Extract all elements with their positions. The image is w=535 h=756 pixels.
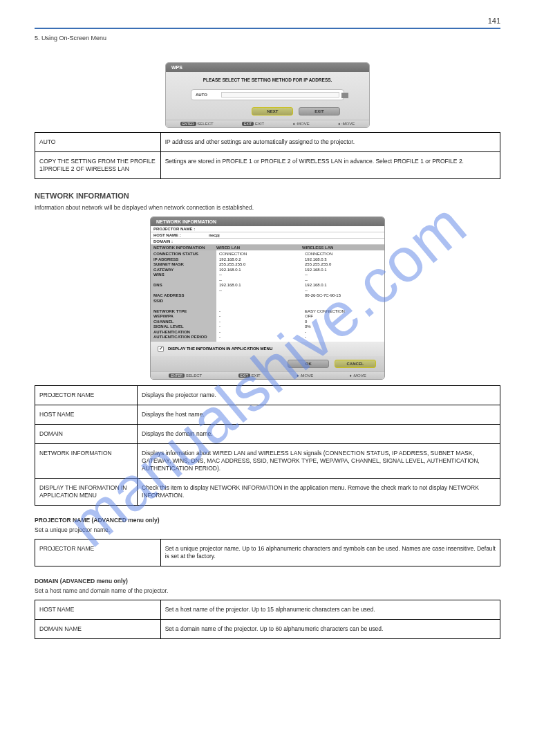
cancel-button[interactable]: CANCEL [335,360,376,368]
ni-wireless-col: CONNECTION192.168.0.3255.255.255.0192.16… [302,250,384,342]
t4-v1: Set a domain name of the projector. Up t… [160,620,500,639]
ni-projname-k: PROJECTOR NAME : [153,227,209,231]
ok-button[interactable]: OK [288,360,329,368]
t4-k0: HOST NAME [35,600,161,620]
ni-host-k: HOST NAME : [153,233,209,237]
t2-v4: Check this item to display NETWORK INFOR… [138,478,500,505]
t2-k0: PROJECTOR NAME [35,385,138,405]
t3-k0: PROJECTOR NAME [35,540,161,566]
t2-v0: Displays the projector name. [138,385,500,405]
network-info-table: PROJECTOR NAMEDisplays the projector nam… [35,385,500,506]
t4-k1: DOMAIN NAME [35,620,161,639]
t2-k4: DISPLAY THE INFORMATION IN APPLICATION M… [35,478,138,505]
page-content: 5. Using On-Screen Menu WPS PLEASE SELEC… [0,0,535,678]
subhead-pn-sub: Set a unique projector name. [35,526,500,533]
t2-k2: DOMAIN [35,424,138,443]
subhead-domain: DOMAIN (ADVANCED menu only) [35,578,500,584]
ni-title: NETWORK INFORMATION [151,217,384,226]
ni-check-label: DISPLAY THE INFORMATION IN APPLICATION M… [168,347,272,351]
ni-col-ni: NETWORK INFORMATION [151,246,216,250]
section-network-info-sub: Information about network will be displa… [35,204,500,211]
hint-select: SELECT [197,122,213,126]
t1-k1: COPY THE SETTING FROM THE PROFILE 1/PROF… [35,152,161,179]
section-network-info: NETWORK INFORMATION [35,192,500,200]
t1-v0: IP address and other settings are automa… [160,133,500,152]
domain-table: HOST NAMESet a host name of the projecto… [35,600,500,639]
wps-select-input[interactable] [221,92,339,98]
t2-k3: NETWORK INFORMATION [35,443,138,478]
ni-check-row[interactable]: ✓ DISPLAY THE INFORMATION IN APPLICATION… [151,342,384,356]
header-left: 5. Using On-Screen Menu [35,35,106,42]
wps-prompt: PLEASE SELECT THE SETTING METHOD FOR IP … [187,77,348,82]
ni-col-wireless: WIRELESS LAN [302,246,384,250]
header-rule [35,28,500,29]
t1-v1: Settings are stored in PROFILE 1 or PROF… [160,152,500,179]
hint2-select: SELECT [186,374,202,378]
header-row: 5. Using On-Screen Menu [35,35,500,42]
hint-move2: :MOVE [341,122,355,126]
t2-k1: HOST NAME [35,405,138,424]
subhead-projector-name: PROJECTOR NAME (ADVANCED menu only) [35,517,500,524]
ni-keys: CONNECTION STATUSIP ADDRESSSUBNET MASKGA… [151,250,216,342]
t1-k0: AUTO [35,133,161,152]
exit-button[interactable]: EXIT [299,107,340,116]
ni-hint-bar: ENTER SELECT EXIT EXIT ♦ :MOVE ♦ :MOVE [151,371,384,379]
ni-host-v: necpj [209,233,220,237]
t2-v1: Displays the host name. [138,405,500,424]
hint-move1: :MOVE [296,122,309,126]
projector-name-table: PROJECTOR NAMESet a unique projector nam… [35,539,500,566]
hint2-exit: EXIT [251,374,260,378]
hint2-move1: :MOVE [300,374,313,378]
t3-v0: Set a unique projector name. Up to 16 al… [160,540,500,566]
wps-dialog: WPS PLEASE SELECT THE SETTING METHOD FOR… [165,62,370,128]
next-button[interactable]: NEXT [252,107,293,116]
wps-title: WPS [166,63,369,72]
wps-method-table: AUTO IP address and other settings are a… [35,132,500,179]
t2-v2: Displays the domain name. [138,424,500,443]
wps-select-label: AUTO [196,93,207,97]
ni-col-wired: WIRED LAN [216,246,302,250]
hint-bar: ENTER SELECT EXIT EXIT ♦ :MOVE ♦ :MOVE [166,120,369,127]
subhead-dm-sub: Set a host name and domain name of the p… [35,587,500,594]
t2-v3: Displays information about WIRED LAN and… [138,443,500,478]
network-info-dialog: NETWORK INFORMATION PROJECTOR NAME : HOS… [150,216,385,380]
hint2-move2: :MOVE [353,374,366,378]
hint-exit: EXIT [255,122,264,126]
ni-domain-k: DOMAIN : [153,239,209,243]
t4-v0: Set a host name of the projector. Up to … [160,600,500,620]
wps-select-row[interactable]: AUTO [191,89,344,100]
checkbox-icon[interactable]: ✓ [158,346,164,352]
ni-wired-col: CONNECTION192.168.0.2255.255.255.0192.16… [216,250,302,342]
